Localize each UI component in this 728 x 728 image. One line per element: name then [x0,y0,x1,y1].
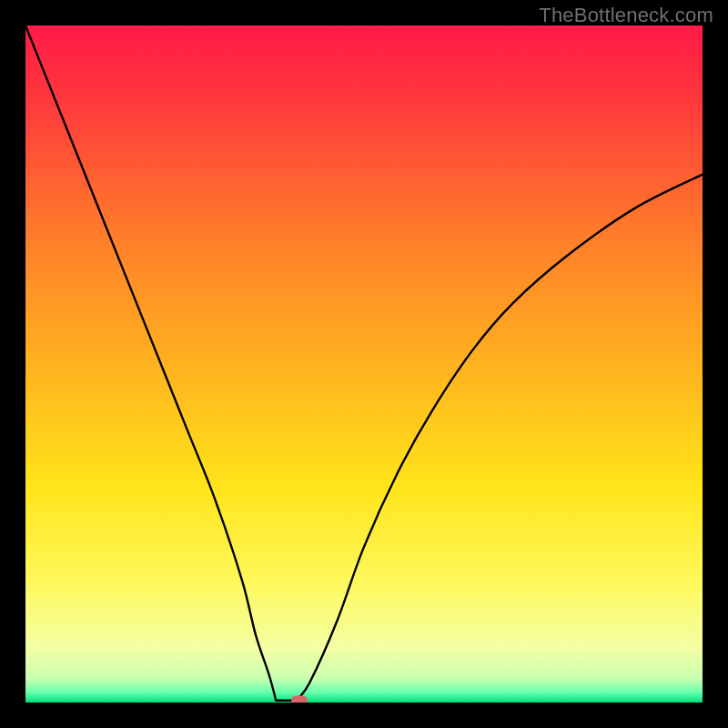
optimum-marker [291,695,308,703]
watermark-text: TheBottleneck.com [539,4,713,27]
chart-frame: TheBottleneck.com [0,0,728,728]
plot-area [25,25,703,703]
bottleneck-curve [25,25,703,703]
